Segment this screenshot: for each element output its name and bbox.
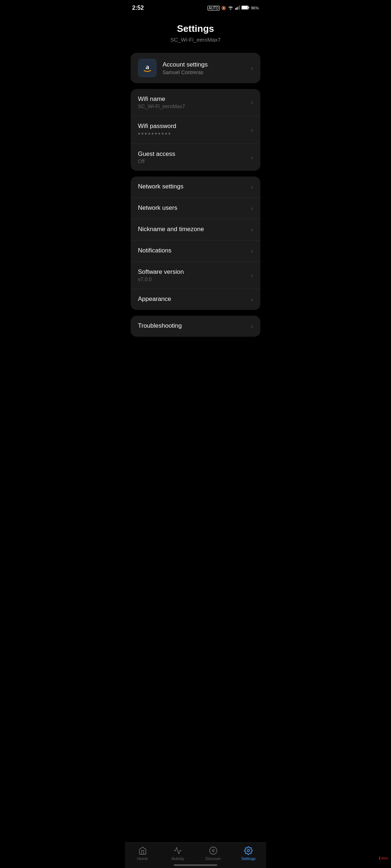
wifi-icon — [228, 5, 234, 11]
network-settings-chevron-icon: › — [251, 183, 253, 191]
wifi-name-item[interactable]: Wifi name SC_Wi-Fi_eeroMax7 › — [131, 89, 260, 116]
software-version-chevron-icon: › — [251, 272, 253, 279]
guest-access-chevron-icon: › — [251, 154, 253, 161]
svg-rect-4 — [239, 5, 240, 10]
page-title: Settings — [132, 23, 259, 34]
wifi-password-label: Wifi password — [138, 123, 251, 130]
network-users-chevron-icon: › — [251, 205, 253, 212]
auto-hz-icon: AUTO — [207, 6, 220, 10]
account-chevron-icon: › — [251, 64, 253, 72]
appearance-chevron-icon: › — [251, 296, 253, 303]
notifications-item[interactable]: Notifications › — [131, 241, 260, 262]
wifi-password-item[interactable]: Wifi password •••••••••• › — [131, 116, 260, 144]
account-settings-label: Account settings — [163, 61, 251, 68]
network-users-label: Network users — [138, 204, 251, 212]
status-icons: AUTO 🔕 — [207, 5, 259, 11]
wifi-name-chevron-icon: › — [251, 99, 253, 106]
svg-text:a: a — [146, 63, 149, 71]
software-version-label: Software version — [138, 268, 251, 276]
wifi-name-value: SC_Wi-Fi_eeroMax7 — [138, 103, 251, 109]
wifi-password-chevron-icon: › — [251, 126, 253, 134]
account-user-name: Samuel Contreras — [163, 69, 251, 75]
software-version-value: v7.0.0 — [138, 276, 251, 282]
svg-rect-2 — [237, 7, 237, 10]
troubleshooting-chevron-icon: › — [251, 323, 253, 330]
guest-access-label: Guest access — [138, 150, 251, 158]
network-users-item[interactable]: Network users › — [131, 198, 260, 219]
account-avatar: a — [138, 59, 157, 77]
status-time: 2:52 — [132, 5, 144, 11]
troubleshooting-label: Troubleshooting — [138, 322, 251, 329]
amazon-logo-icon: a — [141, 61, 154, 75]
svg-point-0 — [230, 9, 231, 10]
network-settings-label: Network settings — [138, 183, 251, 190]
wifi-name-label: Wifi name — [138, 95, 251, 103]
network-settings-group: Network settings › Network users › Nickn… — [131, 176, 260, 310]
guest-access-item[interactable]: Guest access Off › — [131, 144, 260, 171]
svg-rect-3 — [238, 7, 239, 10]
troubleshooting-group: Troubleshooting › — [131, 316, 260, 337]
notification-mute-icon: 🔕 — [221, 6, 226, 10]
guest-access-value: Off — [138, 158, 251, 164]
battery-icon — [241, 5, 249, 10]
svg-rect-6 — [248, 7, 249, 9]
signal-icon — [235, 5, 240, 11]
nickname-timezone-item[interactable]: Nickname and timezone › — [131, 219, 260, 241]
account-info: Account settings Samuel Contreras — [163, 61, 251, 75]
svg-rect-7 — [242, 6, 248, 9]
status-bar: 2:52 AUTO 🔕 — [125, 0, 266, 14]
notifications-label: Notifications — [138, 247, 251, 254]
troubleshooting-item[interactable]: Troubleshooting › — [131, 316, 260, 337]
page-header: Settings SC_Wi-Fi_eeroMax7 — [125, 14, 266, 53]
nickname-timezone-label: Nickname and timezone — [138, 226, 251, 233]
appearance-label: Appearance — [138, 295, 251, 303]
network-name: SC_Wi-Fi_eeroMax7 — [132, 37, 259, 43]
network-settings-item[interactable]: Network settings › — [131, 176, 260, 198]
appearance-item[interactable]: Appearance › — [131, 289, 260, 310]
nickname-timezone-chevron-icon: › — [251, 226, 253, 234]
account-settings-item[interactable]: a Account settings Samuel Contreras › — [131, 53, 260, 83]
battery-percentage: 96% — [251, 6, 259, 10]
notifications-chevron-icon: › — [251, 247, 253, 255]
wifi-password-value: •••••••••• — [138, 131, 251, 137]
wifi-settings-group: Wifi name SC_Wi-Fi_eeroMax7 › Wifi passw… — [131, 89, 260, 171]
software-version-item[interactable]: Software version v7.0.0 › — [131, 262, 260, 289]
svg-rect-1 — [235, 8, 236, 10]
